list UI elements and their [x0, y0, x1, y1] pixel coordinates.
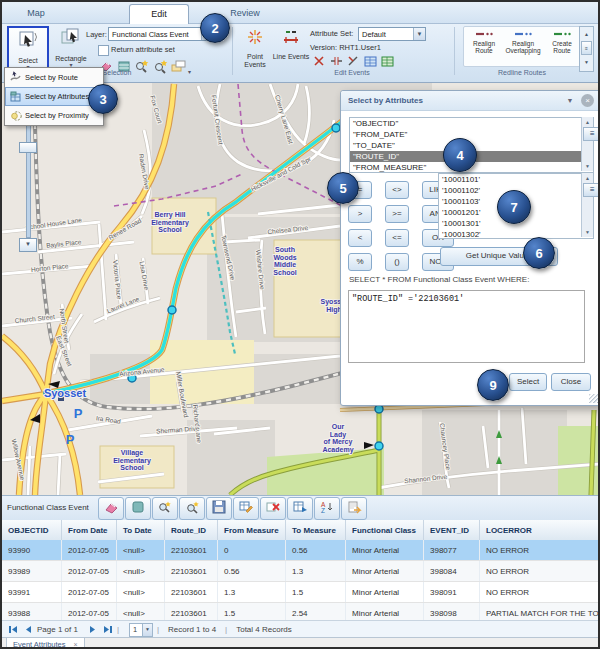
rectangle-button-label: Rectangle: [55, 55, 87, 62]
version-label: Version: RHT1.User1: [310, 43, 381, 52]
operator-button[interactable]: <: [348, 229, 372, 247]
column-header[interactable]: From Measure: [218, 520, 286, 540]
scroll-thumb[interactable]: ≡: [583, 127, 600, 141]
table-row[interactable]: 939902012-07-05<null>2210360100.56Minor …: [2, 540, 600, 561]
value-list-item[interactable]: '10001101': [439, 174, 593, 185]
zoom-selected-icon: [157, 500, 173, 514]
column-header[interactable]: To Date: [117, 520, 165, 540]
zoom-out-button[interactable]: ▼: [19, 238, 37, 252]
table-cell: 93990: [2, 540, 62, 560]
page-combobox-arrow-icon[interactable]: ▼: [142, 624, 152, 636]
save-button[interactable]: [206, 497, 232, 520]
related-tables-button[interactable]: [287, 497, 313, 520]
sort-button[interactable]: AZ: [314, 497, 340, 520]
event-grid-blue-icon[interactable]: [363, 54, 380, 70]
realign-route-button[interactable]: Realign Route: [465, 29, 503, 55]
operator-button[interactable]: %: [348, 253, 372, 271]
table-cell: Minor Arterial: [346, 540, 424, 560]
column-header[interactable]: OBJECTID: [2, 520, 62, 540]
dialog-close-icon[interactable]: ×: [581, 94, 594, 107]
pager-separator: |: [117, 625, 119, 634]
tab-map[interactable]: Map: [8, 4, 64, 23]
column-header[interactable]: LOCERROR: [480, 520, 600, 540]
dialog-resize-grip[interactable]: [589, 394, 598, 403]
layers-icon[interactable]: [170, 58, 187, 74]
merge-event-icon[interactable]: [329, 54, 346, 70]
svg-text:Z: Z: [321, 507, 325, 514]
scroll-up-icon[interactable]: ▲: [582, 173, 593, 183]
zoom-to-selected-button[interactable]: [152, 497, 178, 520]
scroll-thumb[interactable]: ≡: [583, 183, 600, 197]
trim-event-icon[interactable]: [346, 54, 363, 70]
delete-icon: [265, 500, 281, 514]
column-header[interactable]: From Date: [62, 520, 117, 540]
attribute-set-arrow-icon[interactable]: ▼: [413, 28, 425, 40]
table-cell: 2012-07-05: [62, 582, 117, 602]
event-grid-green-icon[interactable]: [380, 54, 397, 70]
previous-page-button[interactable]: [24, 625, 32, 634]
operator-button[interactable]: >=: [385, 205, 409, 223]
dialog-close-button[interactable]: Close: [551, 373, 591, 391]
scroll-down-icon[interactable]: ▼: [582, 227, 593, 237]
table-row[interactable]: 939912012-07-05<null>221036011.31.5Minor…: [2, 582, 600, 603]
operator-button[interactable]: <=: [385, 229, 409, 247]
ribbon-scroll-down-icon[interactable]: ▼: [580, 55, 593, 69]
export-button[interactable]: [341, 497, 367, 520]
clear-selection-button[interactable]: [98, 497, 124, 520]
operator-button[interactable]: >: [348, 205, 372, 223]
return-attribute-set-checkbox[interactable]: [98, 45, 109, 56]
highlight-selection-button[interactable]: [125, 497, 151, 520]
table-cell: <null>: [117, 582, 165, 602]
menu-item-select-by-route[interactable]: Select by Route: [5, 68, 103, 87]
scroll-down-icon[interactable]: ▼: [582, 161, 593, 171]
next-page-button[interactable]: [89, 625, 97, 634]
value-list-item[interactable]: '10001302': [439, 229, 593, 239]
ribbon-tabstrip: Map Edit Review: [2, 2, 598, 24]
zoom-slider-handle[interactable]: [19, 142, 37, 153]
point-events-button[interactable]: Point Events: [236, 26, 274, 76]
table-cell: Minor Arterial: [346, 582, 424, 602]
realign-overlapping-button[interactable]: Realign Overlapping: [504, 29, 542, 55]
operator-button[interactable]: <>: [385, 181, 409, 199]
layer-combobox[interactable]: Functional Class Event ▼: [108, 27, 214, 41]
selection-tools-carat[interactable]: ▾: [188, 68, 191, 75]
field-list-item[interactable]: "OBJECTID": [350, 118, 593, 129]
table-cell: 93991: [2, 582, 62, 602]
ribbon-scrollbar[interactable]: ▲ ≡ ▼: [579, 26, 594, 72]
operator-button[interactable]: (): [385, 253, 409, 271]
map-label: P: [74, 406, 83, 421]
table-cell: NO ERROR: [480, 540, 600, 560]
first-page-button[interactable]: [8, 625, 18, 634]
tab-close-icon[interactable]: ×: [74, 639, 78, 649]
split-event-icon[interactable]: [312, 54, 329, 70]
dialog-select-button[interactable]: Select: [509, 373, 547, 391]
create-route-button[interactable]: Create Route: [543, 29, 581, 55]
pan-to-selected-button[interactable]: [179, 497, 205, 520]
ribbon-scroll-up-icon[interactable]: ▲: [580, 27, 593, 41]
rectangle-tool-icon: [52, 27, 90, 53]
query-textarea[interactable]: "ROUTE_ID" ='22103601': [348, 290, 585, 363]
callout-5: 5: [327, 172, 359, 204]
dialog-menu-icon[interactable]: ▼: [564, 91, 576, 110]
value-list-scrollbar[interactable]: ▲ ≡ ▼: [581, 173, 593, 237]
column-header[interactable]: Route_ID: [165, 520, 218, 540]
highlight-icon: [130, 500, 146, 514]
create-route-icon: [552, 29, 572, 38]
attribute-set-combobox[interactable]: Default ▼: [358, 27, 426, 41]
tab-edit[interactable]: Edit: [129, 4, 189, 24]
delete-record-button[interactable]: [260, 497, 286, 520]
edit-attributes-button[interactable]: [233, 497, 259, 520]
menu-item-select-by-proximity[interactable]: Select by Proximity: [5, 106, 103, 125]
scroll-up-icon[interactable]: ▲: [582, 117, 593, 127]
column-header[interactable]: To Measure: [286, 520, 346, 540]
field-list-scrollbar[interactable]: ▲ ≡ ▼: [581, 117, 593, 171]
event-attributes-tab[interactable]: Event Attributes ×: [6, 638, 85, 649]
where-clause-label: SELECT * FROM Functional Class Event WHE…: [349, 275, 529, 284]
page-number-combobox[interactable]: 1 ▼: [129, 623, 153, 637]
ribbon-scroll-thumb[interactable]: ≡: [581, 41, 592, 55]
column-header[interactable]: EVENT_ID: [424, 520, 480, 540]
last-page-button[interactable]: [103, 625, 113, 634]
column-header[interactable]: Functional Class: [346, 520, 424, 540]
field-list-item[interactable]: "FROM_DATE": [350, 129, 593, 140]
table-row[interactable]: 939892012-07-05<null>221036010.561.3Mino…: [2, 561, 600, 582]
